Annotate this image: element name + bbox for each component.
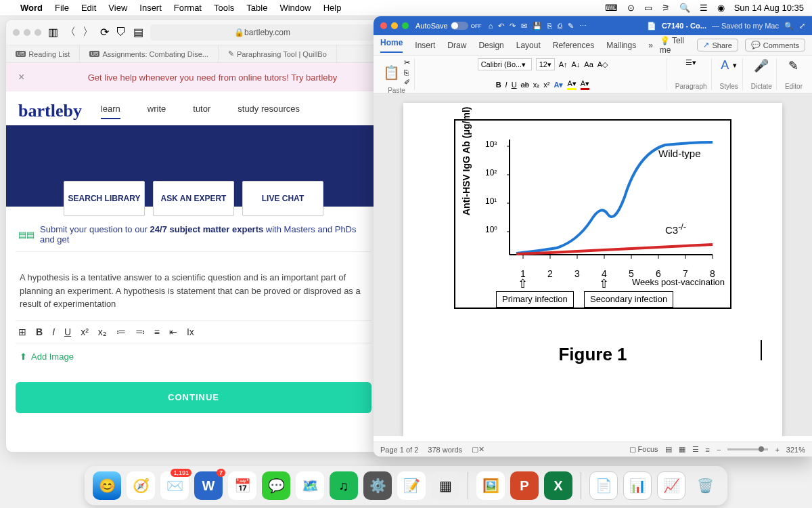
print-icon[interactable]: ⎙ xyxy=(558,22,562,30)
underline-button[interactable]: U xyxy=(64,326,71,337)
font-color-icon[interactable]: A▾ xyxy=(581,79,589,90)
card-search-library[interactable]: SEARCH LIBRARY xyxy=(64,181,145,216)
menu-file[interactable]: File xyxy=(55,3,69,13)
ribbon-toggle-icon[interactable]: ⤢ xyxy=(799,22,805,30)
font-size-select[interactable]: 12 ▾ xyxy=(536,58,555,70)
focus-mode[interactable]: ▢ Focus xyxy=(629,445,658,454)
pen-icon[interactable]: ✎ xyxy=(568,22,574,30)
dock-excel[interactable]: X xyxy=(544,471,572,500)
tab-quillbot[interactable]: ✎ Paraphrasing Tool | QuillBo xyxy=(219,45,337,62)
forward-icon[interactable]: 〉 xyxy=(83,25,93,39)
home-icon[interactable]: ⌂ xyxy=(489,22,493,30)
dock-settings[interactable]: ⚙️ xyxy=(363,471,392,500)
tab-layout[interactable]: Layout xyxy=(516,41,541,50)
view-draft-icon[interactable]: ≡ xyxy=(706,446,710,454)
cut-icon[interactable]: ✂ xyxy=(404,58,410,67)
tab-insert[interactable]: Insert xyxy=(415,41,435,50)
search-icon[interactable]: 🔍 xyxy=(679,3,690,13)
tab-reading-list[interactable]: USReading List xyxy=(6,45,80,62)
menu-window[interactable]: Window xyxy=(279,3,311,13)
subscript-button[interactable]: x₂ xyxy=(533,81,540,89)
share-button[interactable]: ↗ Share xyxy=(697,39,738,51)
styles-icon[interactable]: A xyxy=(721,58,729,72)
outdent-button[interactable]: ≡ xyxy=(154,326,160,337)
text-effects-icon[interactable]: A▾ xyxy=(554,81,564,89)
toggle-icon[interactable] xyxy=(451,22,468,30)
dock-doc-thumb[interactable]: 📈 xyxy=(657,471,685,500)
menubar-clock[interactable]: Sun 14 Aug 10:35 xyxy=(734,3,804,13)
address-bar[interactable]: 🔒 bartleby.com xyxy=(150,24,374,41)
tab-home[interactable]: Home xyxy=(380,38,403,53)
battery-icon[interactable]: ▭ xyxy=(644,3,652,13)
indent-button[interactable]: ⇤ xyxy=(169,326,177,337)
dock-mail[interactable]: ✉️1,191 xyxy=(160,471,189,500)
menubar-app[interactable]: Word xyxy=(20,3,43,13)
zoom-out-icon[interactable]: − xyxy=(717,446,721,454)
status-page[interactable]: Page 1 of 2 xyxy=(380,446,418,454)
shield-icon[interactable]: ⛉ xyxy=(116,26,127,39)
window-controls[interactable] xyxy=(380,22,409,29)
copy-icon[interactable]: ⎘ xyxy=(404,68,410,77)
sidebar-toggle-icon[interactable]: ▥ xyxy=(48,26,58,39)
highlight-icon[interactable]: A▾ xyxy=(567,79,576,90)
dock-spotify[interactable]: ♫ xyxy=(330,471,358,500)
bold-button[interactable]: B xyxy=(36,326,43,337)
more-tabs[interactable]: » xyxy=(648,41,653,50)
reader-icon[interactable]: ▤ xyxy=(133,26,143,39)
view-print-icon[interactable]: ▤ xyxy=(665,445,672,454)
nav-tutor[interactable]: tutor xyxy=(193,104,210,119)
dock-notes[interactable]: 📝 xyxy=(397,471,426,500)
dock-launchpad[interactable]: ▦ xyxy=(431,471,459,500)
menu-insert[interactable]: Insert xyxy=(139,3,162,13)
tab-references[interactable]: References xyxy=(553,41,594,50)
view-outline-icon[interactable]: ☰ xyxy=(692,445,699,454)
numbers-button[interactable]: ≕ xyxy=(135,326,145,337)
mail-icon[interactable]: ✉ xyxy=(521,22,527,30)
siri-icon[interactable]: ◉ xyxy=(717,3,725,13)
bullets-button[interactable]: ≔ xyxy=(116,326,126,337)
format-painter-icon[interactable]: ✐ xyxy=(404,78,410,87)
zoom-level[interactable]: 321% xyxy=(786,446,805,454)
superscript-button[interactable]: x² xyxy=(81,326,89,337)
bullets-icon[interactable]: ☰▾ xyxy=(685,58,696,67)
editor-icon[interactable]: ✎ xyxy=(788,58,798,73)
paste-icon[interactable]: 📋 xyxy=(383,64,400,81)
menu-view[interactable]: View xyxy=(108,3,127,13)
zoom-in-icon[interactable]: + xyxy=(775,446,779,454)
search-icon[interactable]: 🔍 xyxy=(784,22,794,30)
menu-edit[interactable]: Edit xyxy=(81,3,96,13)
underline-button[interactable]: U xyxy=(512,81,517,89)
save-icon[interactable]: 💾 xyxy=(533,22,542,30)
italic-button[interactable]: I xyxy=(505,81,508,89)
tab-mailings[interactable]: Mailings xyxy=(606,41,636,50)
window-controls[interactable] xyxy=(13,29,41,36)
back-icon[interactable]: 〈 xyxy=(65,25,76,39)
spellcheck-icon[interactable]: ▢✕ xyxy=(472,445,484,454)
zoom-slider[interactable] xyxy=(727,448,768,450)
nav-write[interactable]: write xyxy=(148,104,166,119)
redo-icon[interactable]: ↷ xyxy=(510,22,516,30)
tell-me[interactable]: 💡 Tell me xyxy=(660,36,691,55)
tab-assignments[interactable]: USAssignments: Combating Dise... xyxy=(80,45,219,62)
menu-help[interactable]: Help xyxy=(323,3,342,13)
nav-learn[interactable]: learn xyxy=(101,104,120,119)
copy-icon[interactable]: ⎘ xyxy=(547,22,552,30)
table-icon[interactable]: ⊞ xyxy=(18,326,26,337)
clear-format-icon[interactable]: A◇ xyxy=(597,60,608,69)
undo-icon[interactable]: ↶ xyxy=(498,22,504,30)
superscript-button[interactable]: x² xyxy=(543,81,549,89)
font-name-select[interactable]: Calibri (Bo... ▾ xyxy=(478,58,532,70)
dock-doc-thumb[interactable]: 📊 xyxy=(623,471,652,500)
bartleby-logo[interactable]: bartleby xyxy=(18,101,82,121)
bold-button[interactable]: B xyxy=(496,81,501,89)
strike-button[interactable]: ab xyxy=(521,81,529,89)
italic-button[interactable]: I xyxy=(52,326,55,337)
status-words[interactable]: 378 words xyxy=(428,446,462,454)
grow-font-icon[interactable]: A↑ xyxy=(559,60,568,68)
tab-design[interactable]: Design xyxy=(478,41,503,50)
card-ask-expert[interactable]: ASK AN EXPERT xyxy=(153,181,234,216)
continue-button[interactable]: CONTINUE xyxy=(16,382,371,413)
dock-finder[interactable]: 😊 xyxy=(93,471,121,500)
dock-preview[interactable]: 🖼️ xyxy=(476,471,505,500)
autosave-toggle[interactable]: AutoSave OFF xyxy=(415,22,482,30)
